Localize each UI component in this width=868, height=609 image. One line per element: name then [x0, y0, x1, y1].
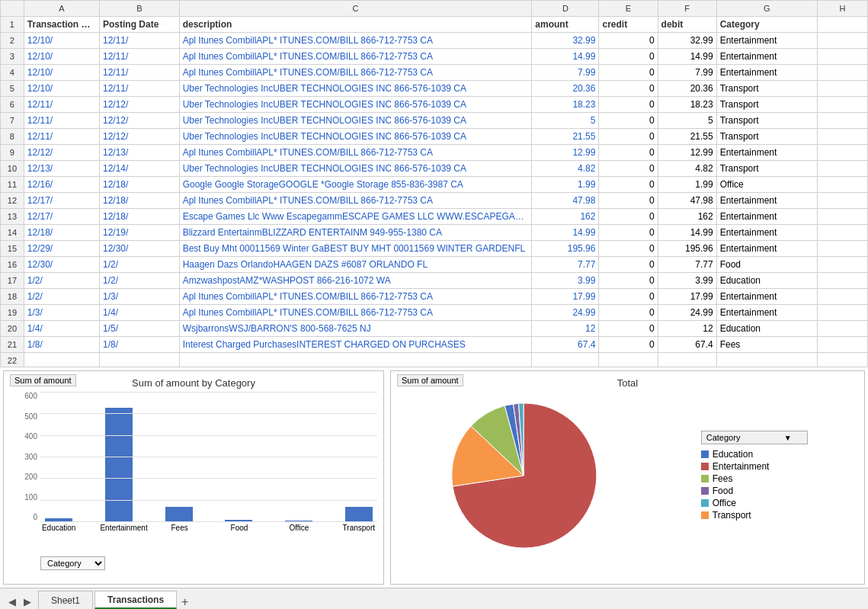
cell-c[interactable]: Interest Charged PurchasesINTEREST CHARG…	[179, 337, 532, 353]
cell-e[interactable]: 0	[599, 33, 658, 49]
cell-f[interactable]: 7.99	[658, 65, 716, 81]
cell-g[interactable]: Education	[716, 273, 817, 289]
cell-c[interactable]: AmzwashpostAMZ*WASHPOST 866-216-1072 WA	[179, 273, 532, 289]
cell-f[interactable]: 14.99	[658, 49, 716, 65]
cell-a[interactable]: 12/30/	[24, 257, 99, 273]
cell-f[interactable]: 3.99	[658, 273, 716, 289]
cell-b[interactable]: 1/4/	[99, 305, 179, 321]
cell-g[interactable]: Entertainment	[716, 209, 817, 225]
cell-f[interactable]: 21.55	[658, 129, 716, 145]
cell-a[interactable]: 1/8/	[24, 337, 99, 353]
bar-food[interactable]	[225, 520, 252, 521]
cell-g[interactable]: Entertainment	[716, 289, 817, 305]
cell-b[interactable]: 12/12/	[99, 113, 179, 129]
cell-b[interactable]: 12/18/	[99, 209, 179, 225]
cell-a[interactable]: 12/12/	[24, 145, 99, 161]
cell-c[interactable]: Apl Itunes CombillAPL* ITUNES.COM/BILL 8…	[179, 289, 532, 305]
cell-d[interactable]: 20.36	[532, 81, 599, 97]
cell-a[interactable]: 12/17/	[24, 193, 99, 209]
cell-d[interactable]: 7.99	[532, 65, 599, 81]
cell-d[interactable]: 24.99	[532, 305, 599, 321]
cell-g[interactable]: Transport	[716, 97, 817, 113]
category-select[interactable]: Category	[40, 556, 105, 570]
cell-e[interactable]: 0	[599, 97, 658, 113]
cell-d[interactable]: 195.96	[532, 241, 599, 257]
cell-f[interactable]: 5	[658, 113, 716, 129]
cell-b[interactable]: 12/14/	[99, 161, 179, 177]
cell-d[interactable]: 5	[532, 113, 599, 129]
cell-d[interactable]: 21.55	[532, 129, 599, 145]
cell-a[interactable]: 12/11/	[24, 97, 99, 113]
cell-g[interactable]: Transport	[716, 129, 817, 145]
next-sheet-button[interactable]: ▶	[21, 596, 34, 607]
cell-g[interactable]: Office	[716, 177, 817, 193]
cell-g[interactable]: Entertainment	[716, 241, 817, 257]
cell-c[interactable]: Uber Technologies IncUBER TECHNOLOGIES I…	[179, 97, 532, 113]
category-filter[interactable]: Category	[10, 556, 377, 570]
cell-e[interactable]: 0	[599, 113, 658, 129]
cell-b[interactable]: 12/11/	[99, 81, 179, 97]
cell-e[interactable]: 0	[599, 321, 658, 337]
cell-f[interactable]: 20.36	[658, 81, 716, 97]
cell-d[interactable]: 1.99	[532, 177, 599, 193]
cell-d[interactable]: 18.23	[532, 97, 599, 113]
cell-e[interactable]: 0	[599, 273, 658, 289]
col-header-d[interactable]: D	[532, 1, 599, 17]
cell-g[interactable]: Transport	[716, 161, 817, 177]
cell-g[interactable]: Transport	[716, 81, 817, 97]
tab-sheet1[interactable]: Sheet1	[38, 591, 93, 609]
cell-e[interactable]: 0	[599, 225, 658, 241]
cell-b[interactable]: 12/11/	[99, 65, 179, 81]
cell-f[interactable]: 47.98	[658, 193, 716, 209]
col-header-e[interactable]: E	[599, 1, 658, 17]
cell-b[interactable]: 1/5/	[99, 321, 179, 337]
cell-a[interactable]: 12/13/	[24, 161, 99, 177]
cell-f[interactable]: 67.4	[658, 337, 716, 353]
col-header-h[interactable]: H	[817, 1, 867, 17]
tab-transactions[interactable]: Transactions	[94, 591, 177, 609]
cell-e[interactable]: 0	[599, 49, 658, 65]
cell-c[interactable]: Escape Games Llc Www EscapegammESCAPE GA…	[179, 209, 532, 225]
cell-c[interactable]: Apl Itunes CombillAPL* ITUNES.COM/BILL 8…	[179, 145, 532, 161]
cell-d[interactable]: 7.77	[532, 257, 599, 273]
cell-d1[interactable]: amount	[532, 17, 599, 33]
cell-g[interactable]: Entertainment	[716, 65, 817, 81]
cell-c[interactable]: Uber Technologies IncUBER TECHNOLOGIES I…	[179, 129, 532, 145]
cell-c[interactable]: Uber Technologies IncUBER TECHNOLOGIES I…	[179, 81, 532, 97]
cell-a[interactable]: 1/2/	[24, 289, 99, 305]
cell-b[interactable]: 12/12/	[99, 97, 179, 113]
cell-c1[interactable]: description	[179, 17, 532, 33]
cell-a[interactable]: 12/10/	[24, 33, 99, 49]
cell-a[interactable]: 12/11/	[24, 129, 99, 145]
cell-c[interactable]: Uber Technologies IncUBER TECHNOLOGIES I…	[179, 161, 532, 177]
cell-f[interactable]: 12	[658, 321, 716, 337]
cell-g[interactable]: Transport	[716, 113, 817, 129]
cell-e[interactable]: 0	[599, 257, 658, 273]
cell-f1[interactable]: debit	[658, 17, 716, 33]
cell-e[interactable]: 0	[599, 241, 658, 257]
cell-c[interactable]: Best Buy Mht 00011569 Winter GaBEST BUY …	[179, 241, 532, 257]
cell-a[interactable]: 1/4/	[24, 321, 99, 337]
cell-g[interactable]: Entertainment	[716, 49, 817, 65]
cell-g[interactable]: Entertainment	[716, 33, 817, 49]
cell-a[interactable]: 12/17/	[24, 209, 99, 225]
cell-g1[interactable]: Category	[716, 17, 817, 33]
cell-c[interactable]: Haagen Dazs OrlandoHAAGEN DAZS #6087 ORL…	[179, 257, 532, 273]
cell-c[interactable]: Apl Itunes CombillAPL* ITUNES.COM/BILL 8…	[179, 49, 532, 65]
cell-a[interactable]: 12/10/	[24, 65, 99, 81]
cell-g[interactable]: Entertainment	[716, 225, 817, 241]
cell-f[interactable]: 162	[658, 209, 716, 225]
col-header-c[interactable]: C	[179, 1, 532, 17]
cell-g[interactable]: Entertainment	[716, 305, 817, 321]
cell-a[interactable]: 12/10/	[24, 81, 99, 97]
col-header-f[interactable]: F	[658, 1, 716, 17]
cell-b1[interactable]: Posting Date	[99, 17, 179, 33]
cell-a[interactable]: 12/16/	[24, 177, 99, 193]
cell-e[interactable]: 0	[599, 289, 658, 305]
cell-d[interactable]: 4.82	[532, 161, 599, 177]
cell-f[interactable]: 14.99	[658, 225, 716, 241]
cell-d[interactable]: 47.98	[532, 193, 599, 209]
cell-f[interactable]: 1.99	[658, 177, 716, 193]
cell-b[interactable]: 1/8/	[99, 337, 179, 353]
add-tab-button[interactable]: +	[178, 595, 191, 609]
